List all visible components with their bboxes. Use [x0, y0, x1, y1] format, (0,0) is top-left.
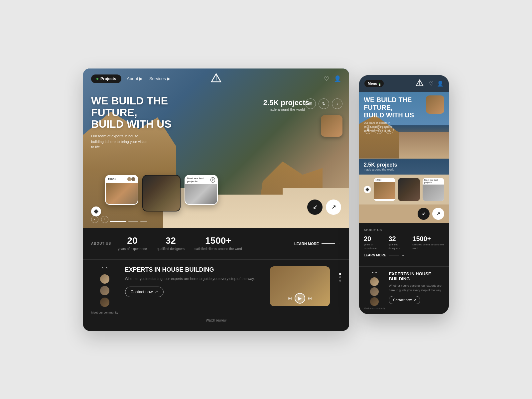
- experts-video[interactable]: ⏮ ▶ ⏭: [270, 266, 330, 306]
- mobile-card1-header: 1500+: [374, 178, 395, 182]
- action-icon-3[interactable]: ↓: [332, 98, 342, 109]
- stat3-desc: satisfied clients around the word: [195, 247, 242, 251]
- play-button[interactable]: ▶: [295, 293, 305, 304]
- nav-icons: ♡ 👤: [324, 75, 341, 82]
- mobile-logo[interactable]: [416, 79, 424, 88]
- scroll-indicator: [110, 221, 147, 222]
- user-icon[interactable]: 👤: [334, 75, 341, 82]
- mobile-about: ABOUT US 20 years of experience 32 quali…: [359, 223, 449, 266]
- mobile-card2-image: [398, 178, 420, 201]
- mobile-avatar-3: [370, 297, 379, 306]
- contact-button[interactable]: Contact now ↗: [125, 287, 164, 297]
- mobile-contact-button[interactable]: Contact now ↗: [389, 296, 420, 304]
- desktop-card: Projects About ▶ Services ▶ ♡ 👤: [83, 68, 349, 331]
- mobile-card3-label: Meet our last projects: [423, 178, 444, 185]
- mobile-experts-desc: Whether you're starting, our experts are…: [389, 284, 444, 293]
- mobile-action-2[interactable]: ↻: [374, 125, 383, 134]
- mobile-experts: ⌃⌃ Meet our community EXPERTS IN HOUSE B…: [359, 266, 449, 314]
- mobile-stat1-num: 20: [364, 235, 383, 243]
- hero-content: WE BUILD THE FUTURE, BUILD WITH US Our t…: [91, 95, 198, 150]
- heart-icon[interactable]: ♡: [324, 75, 329, 82]
- mobile-learn-more[interactable]: LEARN MORE →: [364, 253, 444, 257]
- mobile-thumbnail: [426, 95, 444, 114]
- mobile-action-3[interactable]: ↓: [385, 125, 394, 134]
- mobile-stat3-desc: satisfied clients around the word: [412, 243, 444, 250]
- learn-more-link[interactable]: LEARN MORE →: [294, 242, 341, 246]
- hero-stat-number: 2.5K projects: [263, 98, 309, 107]
- play-icon: ▶: [298, 296, 302, 301]
- scroll-dot-2: [128, 221, 138, 222]
- mobile-community-label: Meet our community: [364, 307, 385, 310]
- mobile-avatar-1: [370, 277, 379, 286]
- card2-image: [143, 176, 180, 211]
- action-icon-2[interactable]: ↻: [319, 98, 329, 109]
- stat3-number: 1500+: [195, 236, 242, 245]
- section-dots: [339, 273, 341, 282]
- mobile-about-stat-2: 32 qualified designers: [388, 235, 407, 250]
- dot-inactive-2: [339, 280, 341, 282]
- services-link[interactable]: Services ▶: [149, 76, 170, 81]
- avatar-3: [99, 297, 110, 308]
- avatar-stack: [99, 274, 110, 308]
- mobile-navbar: Menu ● ♡ 👤: [359, 75, 449, 92]
- prev-video-icon[interactable]: ⏮: [288, 296, 292, 301]
- hero-stat-label: made around the world: [263, 107, 309, 112]
- about-stats: 20 years of experience 32 qualified desi…: [118, 236, 288, 251]
- stat1-number: 20: [118, 236, 147, 245]
- stat1-desc: years of experience: [118, 247, 147, 251]
- external-link-icon: ↗: [155, 290, 158, 294]
- mobile-expand-btn[interactable]: ↙: [418, 208, 430, 220]
- mobile-stat2-num: 32: [388, 235, 407, 243]
- hero-action-icons: ⊞ ↻ ↓: [305, 98, 342, 109]
- card1-label: 1500+: [108, 178, 116, 181]
- logo[interactable]: [211, 73, 221, 84]
- about-link[interactable]: About ▶: [127, 76, 143, 81]
- mobile-hero: WE BUILD THE FUTURE, BUILD WITH US Our t…: [359, 92, 449, 159]
- avatar-1: [99, 274, 110, 284]
- chevron-up-icon: ⌃⌃: [101, 266, 109, 272]
- about-stat-1: 20 years of experience: [118, 236, 147, 251]
- mobile-stat: 2.5K projects made around the world: [364, 162, 397, 171]
- next-arrow[interactable]: ›: [101, 216, 108, 223]
- mobile-external-btn[interactable]: ↗: [432, 208, 444, 220]
- prev-arrow[interactable]: ‹: [91, 216, 98, 223]
- mobile-diamond-icon: [364, 186, 371, 193]
- mobile-avatar-2: [370, 287, 379, 296]
- project-card-3[interactable]: Meet our last projects ⟫: [185, 175, 218, 205]
- mobile-action-1[interactable]: ⊞: [364, 125, 372, 134]
- hero-subtitle: Our team of experts in house building is…: [91, 133, 198, 150]
- avatar-2: [99, 285, 110, 296]
- community-label: Meet our community: [91, 311, 118, 314]
- hero-thumbnail: [321, 115, 342, 137]
- mobile-circle-buttons: ↙ ↗: [359, 204, 449, 223]
- mobile-menu-button[interactable]: Menu ●: [364, 80, 384, 87]
- mobile-stat2-desc: qualified designers: [388, 243, 407, 250]
- mobile-card-2[interactable]: [398, 178, 420, 201]
- mobile-chevron-icon: ⌃⌃: [371, 271, 378, 276]
- circle-buttons: ↙ ↗: [307, 200, 341, 215]
- action-icon-1[interactable]: ⊞: [305, 98, 316, 109]
- projects-button[interactable]: Projects: [91, 74, 121, 83]
- mobile-card: Menu ● ♡ 👤 WE BUILD THE FU: [359, 75, 449, 314]
- mobile-experts-left: ⌃⌃ Meet our community: [364, 271, 385, 310]
- scroll-dot-3: [140, 221, 147, 222]
- nav-arrows: ‹ ›: [91, 216, 108, 223]
- mobile-external-link-icon: ↗: [413, 298, 416, 302]
- mobile-card-3[interactable]: Meet our last projects: [423, 178, 444, 201]
- experts-desc: Whether you're starting, our experts are…: [125, 276, 263, 282]
- mobile-nav-icons: ♡ 👤: [429, 80, 444, 87]
- external-btn[interactable]: ↗: [326, 200, 341, 215]
- project-cards: 1500+ Meet our last projects: [91, 175, 218, 211]
- next-video-icon[interactable]: ⏭: [308, 296, 312, 301]
- project-card-1[interactable]: 1500+: [105, 175, 138, 205]
- hero-title: WE BUILD THE FUTURE, BUILD WITH US: [91, 95, 198, 130]
- video-controls: ⏮ ▶ ⏭: [288, 293, 312, 304]
- mobile-user-icon[interactable]: 👤: [437, 80, 444, 87]
- mobile-stats-bar: 2.5K projects made around the world: [359, 159, 449, 175]
- hero-stats: 2.5K projects made around the world: [263, 98, 309, 112]
- mobile-card-1[interactable]: 1500+: [374, 178, 395, 201]
- project-card-2[interactable]: [142, 175, 181, 211]
- mobile-heart-icon[interactable]: ♡: [429, 80, 434, 87]
- expand-btn[interactable]: ↙: [307, 200, 323, 215]
- projects-dot: [96, 78, 98, 80]
